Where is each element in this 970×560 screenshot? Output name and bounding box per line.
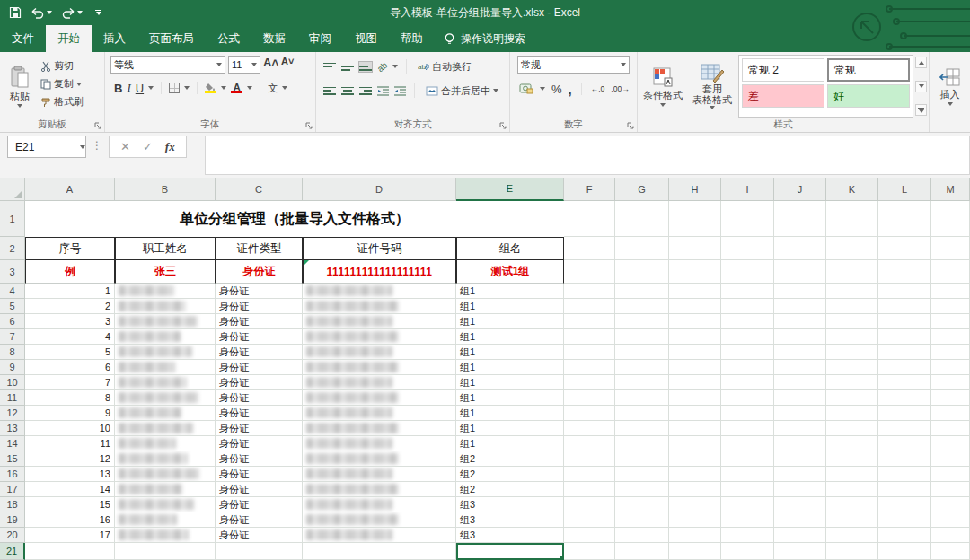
cell-G11[interactable] (615, 390, 669, 406)
cell-H19[interactable] (669, 512, 721, 528)
cut-button[interactable]: 剪切 (38, 58, 86, 74)
cell-H14[interactable] (669, 436, 721, 451)
row-header-7[interactable]: 7 (0, 329, 25, 345)
tab-公式[interactable]: 公式 (206, 25, 251, 52)
column-header-F[interactable]: F (564, 178, 615, 201)
borders-button[interactable] (169, 83, 180, 93)
cell-M2[interactable] (931, 237, 970, 260)
cell-L12[interactable] (878, 406, 931, 421)
cell-id-redacted[interactable] (303, 360, 456, 375)
cell-F6[interactable] (564, 314, 615, 329)
cell-I2[interactable] (721, 237, 774, 260)
cell-cert-type[interactable]: 身份证 (216, 329, 303, 345)
cell-group[interactable]: 组1 (456, 421, 564, 436)
cell-K21[interactable] (826, 543, 878, 560)
cell-M8[interactable] (931, 345, 970, 360)
cell-M7[interactable] (931, 329, 970, 345)
copy-button[interactable]: 复制 (38, 76, 86, 92)
cell-G20[interactable] (615, 528, 669, 543)
cell-name-redacted[interactable] (115, 329, 216, 345)
cell-group[interactable]: 组1 (456, 314, 564, 329)
align-right-icon[interactable] (359, 86, 372, 96)
cell-K20[interactable] (826, 528, 878, 543)
row-header-11[interactable]: 11 (0, 390, 25, 406)
conditional-formatting-button[interactable]: 条件格式 (639, 55, 686, 118)
cell-J18[interactable] (774, 497, 826, 512)
cell-I16[interactable] (721, 467, 774, 482)
cell-name-redacted[interactable] (115, 451, 216, 467)
grow-font-button[interactable]: A˄ (263, 56, 278, 74)
gallery-more-button[interactable] (915, 104, 927, 116)
cell-G16[interactable] (615, 467, 669, 482)
cell-F3[interactable] (564, 260, 615, 284)
cell-J11[interactable] (774, 390, 826, 406)
cell-cert-type[interactable]: 身份证 (216, 512, 303, 528)
cell-style-差[interactable]: 差 (742, 84, 824, 108)
wrap-text-button[interactable]: ab 自动换行 (415, 59, 474, 74)
cell-G12[interactable] (615, 406, 669, 421)
cell-id-redacted[interactable] (303, 436, 456, 451)
cell-M10[interactable] (931, 375, 970, 390)
tab-数据[interactable]: 数据 (251, 25, 297, 52)
cell-M16[interactable] (931, 467, 970, 482)
cell-cert-type[interactable]: 身份证 (216, 467, 303, 482)
cell-F21[interactable] (564, 543, 615, 560)
cell-cert-type[interactable]: 身份证 (216, 375, 303, 390)
cell-I10[interactable] (721, 375, 774, 390)
italic-button[interactable]: I (127, 81, 130, 95)
cell-L1[interactable] (878, 201, 931, 237)
cell-M4[interactable] (931, 284, 970, 299)
fill-color-button[interactable] (205, 83, 216, 93)
cell-F10[interactable] (564, 375, 615, 390)
cell-C21[interactable] (216, 543, 303, 560)
cell-K15[interactable] (826, 451, 878, 467)
row-header-9[interactable]: 9 (0, 360, 25, 375)
cell-L19[interactable] (878, 512, 931, 528)
cell-M6[interactable] (931, 314, 970, 329)
cell-style-常规[interactable]: 常规 (827, 58, 910, 82)
cell-G4[interactable] (615, 284, 669, 299)
cell-I4[interactable] (721, 284, 774, 299)
format-as-table-button[interactable]: 套用表格格式 (686, 55, 738, 118)
cell-group[interactable]: 组3 (456, 512, 564, 528)
header-cell-证件号码[interactable]: 证件号码 (303, 237, 456, 260)
cell-name-redacted[interactable] (115, 528, 216, 543)
cell-L21[interactable] (878, 543, 931, 560)
cell-id-redacted[interactable] (303, 345, 456, 360)
cell-G2[interactable] (615, 237, 669, 260)
cell-id-redacted[interactable] (303, 497, 456, 512)
cell-id-redacted[interactable] (303, 512, 456, 528)
cell-J8[interactable] (774, 345, 826, 360)
row-header-6[interactable]: 6 (0, 314, 25, 329)
cell-cert-type[interactable]: 身份证 (216, 497, 303, 512)
cell-F14[interactable] (564, 436, 615, 451)
cell-id-redacted[interactable] (303, 528, 456, 543)
cell-group[interactable]: 组3 (456, 497, 564, 512)
cell-L5[interactable] (878, 299, 931, 314)
cell-id-redacted[interactable] (303, 375, 456, 390)
cell-B21[interactable] (115, 543, 216, 560)
header-cell-序号[interactable]: 序号 (25, 237, 115, 260)
cell-A21[interactable] (25, 543, 115, 560)
gallery-up-button[interactable] (915, 57, 927, 68)
row-header-13[interactable]: 13 (0, 421, 25, 436)
tab-文件[interactable]: 文件 (0, 25, 46, 52)
cell-J15[interactable] (774, 451, 826, 467)
cell-G13[interactable] (615, 421, 669, 436)
align-bottom-icon[interactable] (359, 62, 372, 72)
bold-button[interactable]: B (114, 82, 122, 95)
cell-H13[interactable] (669, 421, 721, 436)
cell-J13[interactable] (774, 421, 826, 436)
cell-H7[interactable] (669, 329, 721, 345)
cell-L18[interactable] (878, 497, 931, 512)
cell-group[interactable]: 组1 (456, 329, 564, 345)
align-center-icon[interactable] (341, 86, 354, 96)
cell-J1[interactable] (774, 201, 826, 237)
font-size-select[interactable]: 11 (228, 56, 260, 74)
cell-F7[interactable] (564, 329, 615, 345)
cell-id-redacted[interactable] (303, 421, 456, 436)
cell-F5[interactable] (564, 299, 615, 314)
cell-id-redacted[interactable] (303, 451, 456, 467)
cell-name-redacted[interactable] (115, 512, 216, 528)
cell-seq[interactable]: 1 (25, 284, 115, 299)
